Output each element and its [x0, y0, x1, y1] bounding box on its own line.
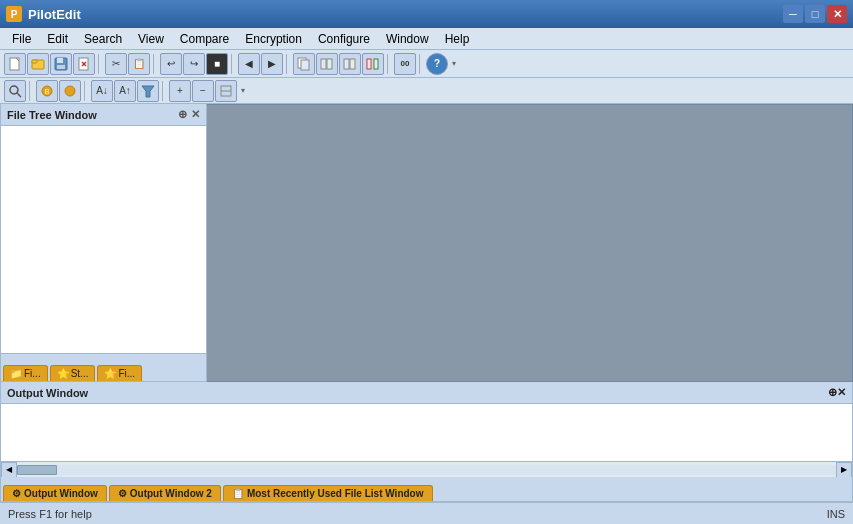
minimize-button[interactable]: ─ — [783, 5, 803, 23]
toolbar-secondary: B A↓ A↑ + − ▾ — [0, 78, 853, 104]
output-header: Output Window ⊕ ✕ — [1, 382, 852, 404]
tb2-sort[interactable]: A↓ — [91, 80, 113, 102]
doc-icon: 📋 — [232, 488, 244, 499]
file-tree-pin[interactable]: ⊕ — [178, 108, 187, 121]
tb-00[interactable]: 00 — [394, 53, 416, 75]
tb-sep3 — [231, 54, 235, 74]
tb2-filter[interactable] — [137, 80, 159, 102]
ins-indicator: INS — [827, 508, 845, 520]
tb-prev[interactable]: ◀ — [238, 53, 260, 75]
app-title: PilotEdit — [28, 7, 783, 22]
tb2-c2[interactable]: − — [192, 80, 214, 102]
output-content — [1, 404, 852, 461]
tb2-sep3 — [162, 81, 166, 101]
scroll-left[interactable]: ◀ — [1, 462, 17, 478]
editor-area[interactable] — [207, 104, 853, 382]
work-area: File Tree Window ⊕ ✕ 📁 Fi... ⭐ St... ⭐ F… — [0, 104, 853, 382]
tb2-overflow[interactable]: ▾ — [238, 80, 248, 102]
tb-overflow[interactable]: ▾ — [449, 53, 459, 75]
output-scrollbar: ◀ ▶ — [1, 461, 852, 477]
main-area: File Tree Window ⊕ ✕ 📁 Fi... ⭐ St... ⭐ F… — [0, 104, 853, 502]
menu-help[interactable]: Help — [437, 30, 478, 48]
output-tab-1[interactable]: ⚙ Output Window — [3, 485, 107, 501]
status-text: Press F1 for help — [8, 508, 827, 520]
tb-sep4 — [286, 54, 290, 74]
menu-compare[interactable]: Compare — [172, 30, 237, 48]
menu-file[interactable]: File — [4, 30, 39, 48]
tb2-search[interactable] — [4, 80, 26, 102]
tb-sep1 — [98, 54, 102, 74]
app-icon: P — [6, 6, 22, 22]
tb2-c3[interactable] — [215, 80, 237, 102]
tb2-b2[interactable] — [59, 80, 81, 102]
title-bar: P PilotEdit ─ □ ✕ — [0, 0, 853, 28]
tab-fi1-label: Fi... — [24, 368, 41, 379]
svg-text:B: B — [45, 88, 50, 95]
menu-window[interactable]: Window — [378, 30, 437, 48]
file-tree-content — [1, 126, 206, 353]
maximize-button[interactable]: □ — [805, 5, 825, 23]
tb-help[interactable]: ? — [426, 53, 448, 75]
output-pin[interactable]: ⊕ — [828, 386, 837, 399]
tb-sep5 — [387, 54, 391, 74]
scroll-track[interactable] — [17, 465, 836, 475]
menu-bar: File Edit Search View Compare Encryption… — [0, 28, 853, 50]
tb-copy2[interactable] — [293, 53, 315, 75]
tb-undo[interactable]: ↩ — [160, 53, 182, 75]
scroll-right[interactable]: ▶ — [836, 462, 852, 478]
file-tree-tab-recent[interactable]: ⭐ Fi... — [97, 365, 142, 381]
tb-next[interactable]: ▶ — [261, 53, 283, 75]
tb-black[interactable]: ■ — [206, 53, 228, 75]
file-tree-tabs: 📁 Fi... ⭐ St... ⭐ Fi... — [1, 353, 206, 381]
file-tree-close[interactable]: ✕ — [191, 108, 200, 121]
output-tab-3[interactable]: 📋 Most Recently Used File List Window — [223, 485, 433, 501]
star-icon2: ⭐ — [104, 368, 116, 379]
file-tree-tab-starred[interactable]: ⭐ St... — [50, 365, 96, 381]
file-tree-tab-files[interactable]: 📁 Fi... — [3, 365, 48, 381]
output-tab-2[interactable]: ⚙ Output Window 2 — [109, 485, 221, 501]
tb-sep2 — [153, 54, 157, 74]
tb-open[interactable] — [27, 53, 49, 75]
scroll-thumb[interactable] — [17, 465, 57, 475]
tab-st1-label: St... — [71, 368, 89, 379]
file-tree-title: File Tree Window — [7, 109, 174, 121]
menu-search[interactable]: Search — [76, 30, 130, 48]
tb-diff[interactable] — [362, 53, 384, 75]
svg-rect-13 — [344, 59, 349, 69]
menu-edit[interactable]: Edit — [39, 30, 76, 48]
menu-encryption[interactable]: Encryption — [237, 30, 310, 48]
menu-configure[interactable]: Configure — [310, 30, 378, 48]
tb2-sep2 — [84, 81, 88, 101]
tb-new[interactable] — [4, 53, 26, 75]
tb2-sep1 — [29, 81, 33, 101]
file-tree-header: File Tree Window ⊕ ✕ — [1, 104, 206, 126]
tb2-sort2[interactable]: A↑ — [114, 80, 136, 102]
tab-fi2-label: Fi... — [118, 368, 135, 379]
tb-copy[interactable]: 📋 — [128, 53, 150, 75]
output-panel: Output Window ⊕ ✕ ◀ ▶ ⚙ Output Window ⚙ … — [0, 382, 853, 502]
output-tabs: ⚙ Output Window ⚙ Output Window 2 📋 Most… — [1, 477, 852, 501]
tb-cut[interactable]: ✂ — [105, 53, 127, 75]
svg-rect-4 — [57, 58, 63, 63]
close-button[interactable]: ✕ — [827, 5, 847, 23]
output-close[interactable]: ✕ — [837, 386, 846, 399]
svg-marker-22 — [142, 86, 154, 97]
svg-point-21 — [65, 86, 75, 96]
tb-sep6 — [419, 54, 423, 74]
tb2-c1[interactable]: + — [169, 80, 191, 102]
tb-close[interactable] — [73, 53, 95, 75]
folder-icon: 📁 — [10, 368, 22, 379]
svg-rect-16 — [374, 59, 378, 69]
svg-point-17 — [10, 86, 18, 94]
svg-rect-15 — [367, 59, 371, 69]
tb2-b1[interactable]: B — [36, 80, 58, 102]
tb-split[interactable] — [339, 53, 361, 75]
tb-merge[interactable] — [316, 53, 338, 75]
output-tab1-label: Output Window — [24, 488, 98, 499]
svg-rect-5 — [57, 65, 65, 69]
tb-save[interactable] — [50, 53, 72, 75]
toolbar-main: ✂ 📋 ↩ ↪ ■ ◀ ▶ 00 ? ▾ — [0, 50, 853, 78]
tb-redo[interactable]: ↪ — [183, 53, 205, 75]
menu-view[interactable]: View — [130, 30, 172, 48]
svg-rect-2 — [32, 60, 37, 63]
